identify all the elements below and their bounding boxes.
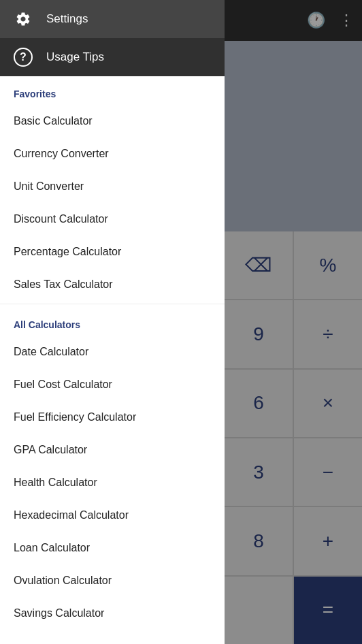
usage-tips-item[interactable]: ? Usage Tips <box>0 38 225 76</box>
all-health-calculator[interactable]: Health Calculator <box>0 466 225 499</box>
all-ovulation-calculator[interactable]: Ovulation Calculator <box>0 564 225 597</box>
all-calculators-section-header: All Calculators <box>0 307 225 336</box>
all-loan-calculator[interactable]: Loan Calculator <box>0 532 225 564</box>
favorite-sales-tax-calculator[interactable]: Sales Tax Calculator <box>0 268 225 301</box>
all-date-calculator[interactable]: Date Calculator <box>0 336 225 368</box>
favorite-currency-converter[interactable]: Currency Converter <box>0 138 225 170</box>
drawer-header: Settings ? Usage Tips <box>0 0 225 76</box>
question-icon: ? <box>14 48 33 67</box>
favorite-percentage-calculator[interactable]: Percentage Calculator <box>0 236 225 268</box>
favorite-basic-calculator[interactable]: Basic Calculator <box>0 105 225 138</box>
all-gpa-calculator[interactable]: GPA Calculator <box>0 434 225 466</box>
settings-item[interactable]: Settings <box>0 0 225 38</box>
navigation-drawer: Settings ? Usage Tips Favorites Basic Ca… <box>0 0 225 644</box>
drawer-content: Favorites Basic Calculator Currency Conv… <box>0 76 225 644</box>
all-fuel-cost-calculator[interactable]: Fuel Cost Calculator <box>0 368 225 401</box>
all-hexadecimal-calculator[interactable]: Hexadecimal Calculator <box>0 499 225 532</box>
favorite-unit-converter[interactable]: Unit Converter <box>0 170 225 203</box>
favorite-discount-calculator[interactable]: Discount Calculator <box>0 203 225 236</box>
all-fuel-efficiency-calculator[interactable]: Fuel Efficiency Calculator <box>0 401 225 434</box>
favorites-section-header: Favorites <box>0 76 225 105</box>
settings-label: Settings <box>46 12 88 26</box>
usage-tips-label: Usage Tips <box>46 50 104 64</box>
all-savings-calculator[interactable]: Savings Calculator <box>0 597 225 630</box>
section-divider <box>0 304 225 304</box>
gear-icon <box>14 10 33 29</box>
